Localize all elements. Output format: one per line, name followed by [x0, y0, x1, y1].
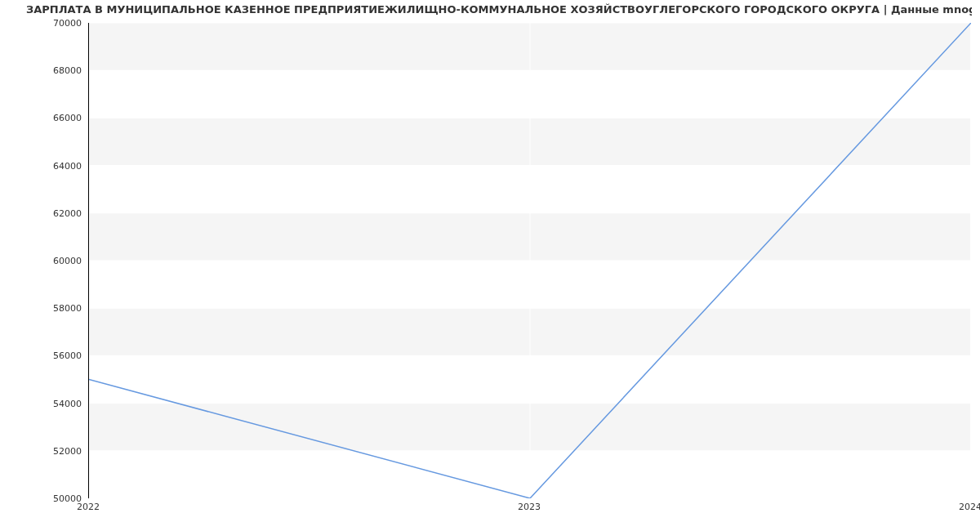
plot-area [88, 23, 970, 498]
chart-container: ЗАРПЛАТА В МУНИЦИПАЛЬНОЕ КАЗЕННОЕ ПРЕДПР… [0, 0, 980, 531]
y-tick-label: 64000 [8, 160, 82, 171]
y-tick-label: 50000 [8, 493, 82, 504]
y-tick-label: 68000 [8, 65, 82, 76]
y-tick-label: 58000 [8, 303, 82, 314]
y-tick-label: 70000 [8, 18, 82, 29]
x-tick-label: 2023 [518, 502, 541, 512]
y-tick-label: 52000 [8, 445, 82, 456]
y-tick-label: 54000 [8, 398, 82, 408]
x-tick-label: 2022 [77, 502, 100, 512]
y-tick-label: 56000 [8, 350, 82, 361]
y-tick-label: 66000 [8, 113, 82, 123]
chart-svg [89, 23, 971, 498]
y-tick-label: 60000 [8, 256, 82, 266]
chart-title: ЗАРПЛАТА В МУНИЦИПАЛЬНОЕ КАЗЕННОЕ ПРЕДПР… [26, 3, 972, 16]
x-tick-label: 2024 [959, 502, 980, 512]
y-tick-label: 62000 [8, 207, 82, 218]
